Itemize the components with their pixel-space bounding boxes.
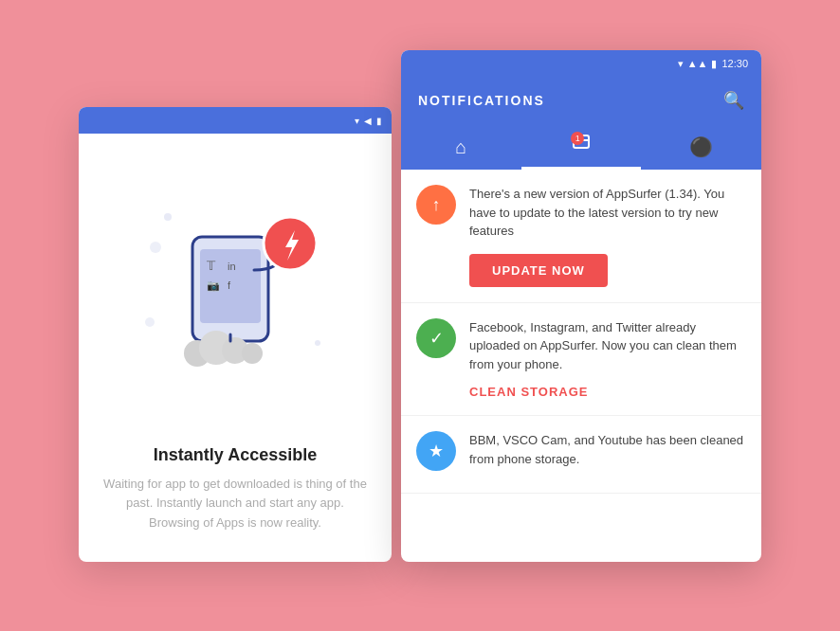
wifi-bars-icon: ◀ [364,116,372,126]
signal-icon: ▾ [355,116,359,126]
right-card-header: ▾ ▲▲ ▮ 12:30 NOTIFICATIONS 🔍 ⌂ [401,50,761,170]
notifications-tab[interactable]: 1 [521,124,642,170]
home-tab[interactable]: ⌂ [401,124,521,170]
right-status-bar: ▾ ▲▲ ▮ 12:30 [401,50,761,77]
main-svg: 𝕋 in 📷 f [140,194,330,384]
status-bar-icons: ▾ ▲▲ ▮ [678,58,718,70]
star-icon: ★ [429,441,444,461]
left-card: ▾ ◀ ▮ 𝕋 in 📷 [79,107,392,562]
home-icon: ⌂ [455,136,466,158]
left-card-title: Instantly Accessible [101,445,369,465]
title-bar: NOTIFICATIONS 🔍 [401,77,761,124]
notif-icon-star: ★ [416,431,456,471]
left-status-bar: ▾ ◀ ▮ [79,107,392,134]
battery-icon: ▮ [376,116,382,126]
svg-point-12 [242,343,263,364]
notif-content-1: There's a new version of AppSurfer (1.34… [469,185,746,287]
illustration-area: 𝕋 in 📷 f [121,134,349,445]
left-card-text-area: Instantly Accessible Waiting for app to … [79,445,392,562]
illustration-graphic: 𝕋 in 📷 f [140,194,330,384]
notif-text-2: Facebook, Instagram, and Twitter already… [469,318,746,374]
right-card: ▾ ▲▲ ▮ 12:30 NOTIFICATIONS 🔍 ⌂ [401,50,761,562]
profile-icon: ⚫ [689,135,713,158]
svg-text:𝕋: 𝕋 [206,259,216,273]
check-icon: ✓ [429,328,444,349]
notif-icon-update: ↑ [416,185,456,225]
battery-status-icon: ▮ [711,58,717,70]
notif-text-1: There's a new version of AppSurfer (1.34… [469,185,746,241]
tab-bar: ⌂ 1 ⚫ [401,124,761,170]
signal-triangle-icon: ▾ [678,58,684,70]
notif-icon-check: ✓ [416,318,456,358]
signal-bars-icon: ▲▲ [687,58,708,69]
clock-display: 12:30 [721,58,748,69]
notif-content-3: BBM, VSCO Cam, and Youtube has been clea… [469,431,746,478]
update-now-button[interactable]: UPDATE NOW [469,254,608,287]
profile-tab[interactable]: ⚫ [641,124,761,170]
screens-container: ▾ ◀ ▮ 𝕋 in 📷 [79,50,761,581]
left-card-description: Waiting for app to get downloaded is thi… [101,475,369,533]
clean-storage-link[interactable]: CLEAN STORAGE [469,385,588,399]
upload-icon: ↑ [432,195,441,215]
notification-item-1: ↑ There's a new version of AppSurfer (1.… [401,170,761,303]
notification-item-3: ★ BBM, VSCO Cam, and Youtube has been cl… [401,416,761,494]
svg-text:📷: 📷 [207,279,220,292]
notification-item-2: ✓ Facebook, Instagram, and Twitter alrea… [401,303,761,417]
svg-text:in: in [228,261,236,272]
header-title: NOTIFICATIONS [418,93,545,108]
notif-content-2: Facebook, Instagram, and Twitter already… [469,318,746,401]
notifications-list: ↑ There's a new version of AppSurfer (1.… [401,170,761,562]
notif-text-3: BBM, VSCO Cam, and Youtube has been clea… [469,431,746,468]
search-button[interactable]: 🔍 [723,90,744,111]
